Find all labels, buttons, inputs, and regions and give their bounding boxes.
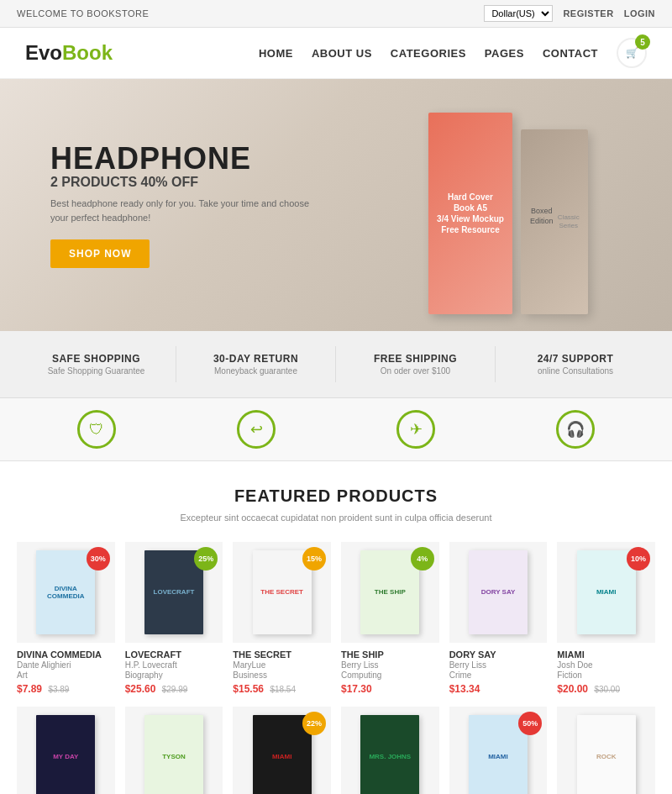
product-card[interactable]: DORY SAY DORY SAY Berry Liss Crime $13.3… xyxy=(449,542,548,695)
feature-shipping-title: FREE SHIPPING xyxy=(343,353,488,365)
product-card[interactable]: MRS. JOHNS MRS. JOHNS Josh Doe Crime $18… xyxy=(341,707,439,795)
product-genre: Business xyxy=(233,670,331,680)
plane-icon: ✈ xyxy=(396,410,435,449)
feature-shipping-desc: On oder over $100 xyxy=(343,366,488,376)
product-card[interactable]: 25% LOVECRAFT LOVECRAFT H.P. Lovecraft B… xyxy=(125,542,223,695)
product-card[interactable]: 50% MIAMI MIAMI Josh Doe Religion $8.32 … xyxy=(449,707,548,795)
product-genre: Computing xyxy=(341,670,439,680)
product-image-wrap: 22% MIAMI xyxy=(233,707,331,795)
feature-support: 24/7 SUPPORT online Consultations xyxy=(496,346,655,382)
product-card[interactable]: ROCK ROCK Josh Doe Romance $10.00 $3.00 xyxy=(557,707,655,795)
product-old-price: $29.99 xyxy=(162,685,188,694)
product-image-wrap: TYSON xyxy=(125,707,223,795)
logo-evo: Evo xyxy=(25,41,62,65)
feature-return: 30-DAY RETURN Moneyback guarantee xyxy=(176,346,336,382)
feature-shipping: FREE SHIPPING On oder over $100 xyxy=(336,346,496,382)
icon-wrap-headphone: 🎧 xyxy=(496,410,655,449)
product-card[interactable]: TYSON TYSON Josh Doe Art $16.80 xyxy=(125,707,223,795)
currency-select[interactable]: Dollar(US) Euro xyxy=(484,5,553,22)
product-author: Berry Liss xyxy=(449,660,548,670)
main-nav: HOME ABOUT US CATEGORIES PAGES CONTACT 🛒… xyxy=(259,38,647,68)
product-genre: Biography xyxy=(125,670,223,680)
hero-subtitle: 2 PRODUCTS 40% OFF xyxy=(50,175,319,190)
nav-home[interactable]: HOME xyxy=(259,47,293,60)
nav-contact[interactable]: CONTACT xyxy=(543,47,598,60)
logo: EvoBook xyxy=(25,41,113,65)
product-genre: Art xyxy=(17,670,115,680)
product-image-wrap: MY DAY xyxy=(17,707,115,795)
shield-icon: 🛡 xyxy=(77,410,116,449)
product-genre: Crime xyxy=(449,670,548,680)
login-link[interactable]: LOGIN xyxy=(624,8,655,18)
feature-icons-row: 🛡 ↩ ✈ 🎧 xyxy=(0,398,672,461)
product-price: $17.30 xyxy=(341,683,372,695)
product-author: MaryLue xyxy=(233,660,331,670)
hero-desc: Best headphone ready only for you. Take … xyxy=(50,197,319,224)
product-card[interactable]: 22% MIAMI MIAMI Josh Doe Business $11.50… xyxy=(233,707,331,795)
cart-icon-symbol: 🛒 xyxy=(626,47,638,59)
product-old-price: $30.00 xyxy=(594,685,620,694)
product-card[interactable]: MY DAY MY DAY Saan Doe Food $12.00 xyxy=(17,707,115,795)
book-cover: ROCK xyxy=(577,715,636,795)
product-card[interactable]: 15% THE SECRET THE SECRET MaryLue Busine… xyxy=(233,542,331,695)
feature-support-title: 24/7 SUPPORT xyxy=(502,353,648,365)
register-link[interactable]: REGISTER xyxy=(563,8,613,18)
product-author: Berry Liss xyxy=(341,660,439,670)
icon-wrap-plane: ✈ xyxy=(336,410,496,449)
product-badge: 15% xyxy=(302,547,326,571)
product-name: MIAMI xyxy=(557,649,655,660)
feature-safe-desc: Safe Shopping Guarantee xyxy=(24,366,169,376)
feature-safe-title: SAFE SHOPPING xyxy=(24,353,169,365)
hero-banner: HEADPHONE 2 PRODUCTS 40% OFF Best headph… xyxy=(0,79,672,331)
feature-safe-shopping: SAFE SHOPPING Safe Shopping Guarantee xyxy=(17,346,176,382)
product-author: H.P. Lovecraft xyxy=(125,660,223,670)
features-bar: SAFE SHOPPING Safe Shopping Guarantee 30… xyxy=(0,331,672,398)
product-genre: Fiction xyxy=(557,670,655,680)
product-price: $15.56 xyxy=(233,683,264,695)
topbar-right: Dollar(US) Euro REGISTER LOGIN xyxy=(484,5,655,22)
header: EvoBook HOME ABOUT US CATEGORIES PAGES C… xyxy=(0,28,672,79)
product-old-price: $18.54 xyxy=(270,685,296,694)
logo-book: Book xyxy=(62,41,113,65)
product-price-row: $20.00 $30.00 xyxy=(557,683,655,695)
product-name: DIVINA COMMEDIA xyxy=(17,649,115,660)
product-name: DORY SAY xyxy=(449,649,548,660)
cart-button[interactable]: 🛒 5 xyxy=(617,38,647,68)
icon-wrap-shield: 🛡 xyxy=(17,410,176,449)
nav-pages[interactable]: PAGES xyxy=(485,47,524,60)
product-name: THE SHIP xyxy=(341,649,439,660)
book-cover: MY DAY xyxy=(36,715,95,795)
product-badge: 4% xyxy=(411,547,434,571)
product-name: THE SECRET xyxy=(233,649,331,660)
product-badge: 22% xyxy=(302,712,326,735)
product-badge: 25% xyxy=(194,547,218,571)
feature-return-title: 30-DAY RETURN xyxy=(183,353,328,365)
book-main: Hard CoverBook A53/4 View MockupFree Res… xyxy=(428,113,512,314)
product-price: $7.89 xyxy=(17,683,42,695)
product-badge: 30% xyxy=(87,547,110,571)
nav-about[interactable]: ABOUT US xyxy=(312,47,372,60)
shop-now-button[interactable]: SHOP NOW xyxy=(50,239,150,268)
product-price-row: $25.60 $29.99 xyxy=(125,683,223,695)
hero-content: HEADPHONE 2 PRODUCTS 40% OFF Best headph… xyxy=(50,142,319,269)
product-image-wrap: 15% THE SECRET xyxy=(233,542,331,643)
cart-badge: 5 xyxy=(635,34,650,50)
headphone-icon: 🎧 xyxy=(556,410,595,449)
product-badge: 10% xyxy=(627,547,650,571)
book-cover: TYSON xyxy=(144,715,203,795)
product-author: Josh Doe xyxy=(557,660,655,670)
product-price: $13.34 xyxy=(449,683,480,695)
product-old-price: $3.89 xyxy=(48,685,69,694)
product-card[interactable]: 30% DIVINA COMMEDIA DIVINA COMMEDIA Dant… xyxy=(17,542,115,695)
product-card[interactable]: 4% THE SHIP THE SHIP Berry Liss Computin… xyxy=(341,542,439,695)
product-image-wrap: 4% THE SHIP xyxy=(341,542,439,643)
product-price-row: $17.30 xyxy=(341,683,439,695)
products-row-1: 30% DIVINA COMMEDIA DIVINA COMMEDIA Dant… xyxy=(17,542,655,695)
product-price-row: $7.89 $3.89 xyxy=(17,683,115,695)
product-card[interactable]: 10% MIAMI MIAMI Josh Doe Fiction $20.00 … xyxy=(557,542,655,695)
product-image-wrap: MRS. JOHNS xyxy=(341,707,439,795)
nav-categories[interactable]: CATEGORIES xyxy=(391,47,466,60)
hero-title: HEADPHONE xyxy=(50,142,319,176)
hero-books: Hard CoverBook A53/4 View MockupFree Res… xyxy=(428,96,588,331)
feature-support-desc: online Consultations xyxy=(502,366,648,376)
